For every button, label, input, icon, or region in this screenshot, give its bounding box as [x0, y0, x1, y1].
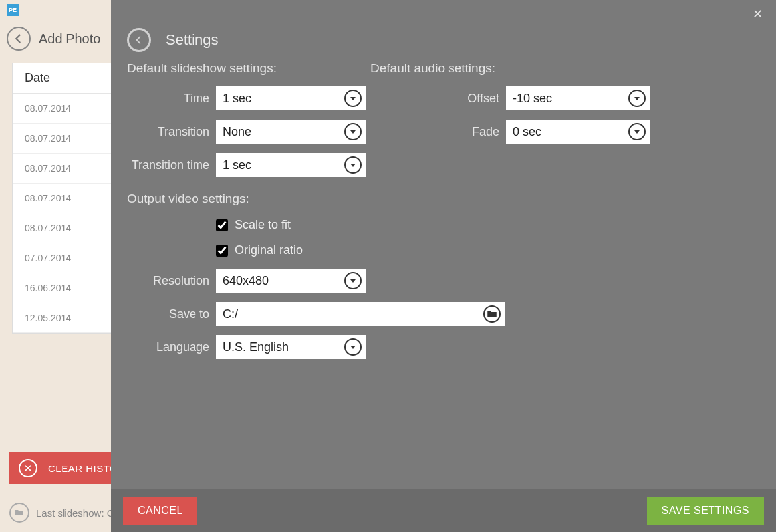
chevron-down-icon	[344, 156, 362, 174]
original-ratio-label: Original ratio	[235, 243, 303, 257]
offset-label: Offset	[389, 92, 499, 106]
close-circle-icon	[19, 459, 37, 477]
fade-label: Fade	[389, 125, 499, 139]
transition-value: None	[223, 125, 344, 139]
language-value: U.S. English	[223, 340, 344, 354]
section-audio: Default audio settings:	[370, 61, 495, 76]
transition-label: Transition	[126, 125, 209, 139]
transition-time-label: Transition time	[126, 158, 209, 172]
modal-footer: CANCEL SAVE SETTINGS	[111, 489, 776, 532]
cancel-button[interactable]: CANCEL	[123, 497, 197, 525]
transition-time-select[interactable]: 1 sec	[216, 153, 366, 177]
settings-back-button[interactable]	[127, 28, 151, 52]
folder-icon[interactable]	[483, 305, 501, 323]
time-value: 1 sec	[223, 92, 344, 106]
fade-value: 0 sec	[513, 125, 628, 139]
resolution-select[interactable]: 640x480	[216, 269, 366, 293]
chevron-down-icon	[344, 90, 362, 107]
original-ratio-checkbox-row[interactable]: Original ratio	[216, 243, 303, 257]
save-settings-button[interactable]: SAVE SETTINGS	[647, 497, 764, 525]
settings-modal: ✕ Settings Default slideshow settings: D…	[111, 0, 776, 532]
arrow-left-icon	[13, 33, 25, 45]
time-select[interactable]: 1 sec	[216, 86, 366, 110]
folder-icon	[9, 503, 29, 523]
last-slideshow-row: Last slideshow: C	[9, 503, 114, 523]
language-label: Language	[126, 340, 209, 354]
last-slideshow-label: Last slideshow: C	[36, 507, 114, 519]
offset-value: -10 sec	[513, 92, 628, 106]
page-title: Settings	[166, 31, 219, 49]
fade-select[interactable]: 0 sec	[506, 120, 650, 144]
chevron-down-icon	[344, 338, 362, 356]
original-ratio-checkbox[interactable]	[216, 245, 228, 257]
resolution-label: Resolution	[126, 274, 209, 288]
transition-time-value: 1 sec	[223, 158, 344, 172]
scale-label: Scale to fit	[235, 218, 291, 232]
bg-header: Add Photo	[7, 27, 100, 51]
chevron-down-icon	[344, 272, 362, 289]
save-to-field[interactable]: C:/	[216, 302, 505, 326]
scale-checkbox-row[interactable]: Scale to fit	[216, 218, 291, 232]
close-button[interactable]: ✕	[753, 7, 763, 21]
app-icon: PE	[7, 4, 19, 16]
back-button-bg[interactable]	[7, 27, 31, 51]
section-slideshow: Default slideshow settings:	[127, 61, 277, 76]
chevron-down-icon	[344, 123, 362, 140]
scale-checkbox[interactable]	[216, 219, 228, 231]
section-output: Output video settings:	[127, 192, 249, 206]
save-to-label: Save to	[126, 307, 209, 321]
chevron-down-icon	[628, 123, 646, 140]
resolution-value: 640x480	[223, 274, 344, 288]
date-header: Date	[25, 71, 50, 85]
time-label: Time	[126, 92, 209, 106]
arrow-left-icon	[134, 35, 144, 45]
chevron-down-icon	[628, 90, 646, 107]
add-photo-label: Add Photo	[39, 31, 100, 47]
save-to-value: C:/	[223, 307, 483, 321]
language-select[interactable]: U.S. English	[216, 335, 366, 359]
transition-select[interactable]: None	[216, 120, 366, 144]
offset-select[interactable]: -10 sec	[506, 86, 650, 110]
